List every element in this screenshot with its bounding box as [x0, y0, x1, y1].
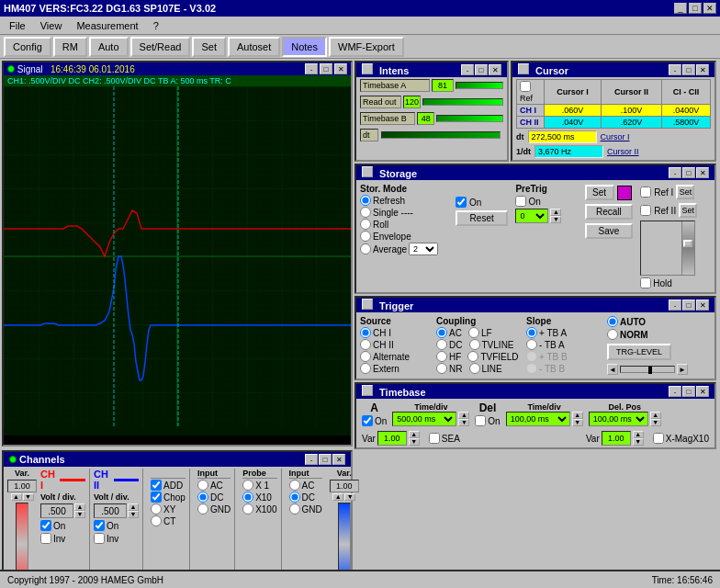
tb-delpos-down[interactable]: ▼	[650, 419, 661, 426]
ch2-var-input[interactable]	[330, 480, 359, 492]
channels-maximize[interactable]: □	[319, 454, 332, 465]
recall-btn[interactable]: Recall	[585, 204, 634, 220]
timebase-min[interactable]: -	[669, 386, 681, 397]
close-btn[interactable]: ✕	[703, 3, 716, 14]
tab-set[interactable]: Set	[192, 37, 226, 57]
trig-auto-radio[interactable]	[607, 316, 618, 327]
coup-hf-radio[interactable]	[436, 351, 447, 362]
tb-timediv2-down[interactable]: ▼	[572, 419, 583, 426]
ct-radio[interactable]	[151, 515, 162, 526]
tab-rm[interactable]: RM	[53, 37, 87, 57]
signal-minimize[interactable]: -	[305, 63, 318, 74]
coup-ac-radio[interactable]	[436, 327, 447, 338]
cursor2-nav[interactable]: Cursor II	[607, 147, 639, 156]
tab-config[interactable]: Config	[4, 37, 51, 57]
trig-norm-radio[interactable]	[607, 329, 618, 340]
tb-timediv-down[interactable]: ▼	[458, 419, 469, 426]
slope-mtba-radio[interactable]	[526, 339, 537, 350]
ch2-dc-radio[interactable]	[289, 492, 300, 503]
ch2-x1-radio[interactable]	[242, 480, 253, 491]
coup-nr-radio[interactable]	[436, 363, 447, 374]
tab-notes[interactable]: Notes	[282, 37, 327, 57]
average-select[interactable]: 24816	[409, 243, 438, 255]
tb-timediv2-up[interactable]: ▲	[572, 412, 583, 419]
refresh-radio[interactable]	[360, 195, 371, 206]
timebase-max[interactable]: □	[682, 386, 695, 397]
coup-lf-radio[interactable]	[468, 327, 479, 338]
trigger-min[interactable]: -	[669, 300, 681, 311]
ch1-gnd-radio[interactable]	[197, 503, 208, 514]
ch1-dc-radio[interactable]	[197, 492, 208, 503]
signal-maximize[interactable]: □	[320, 63, 332, 74]
ch1-inv-check[interactable]	[40, 533, 51, 544]
cursor1-nav[interactable]: Cursor I	[601, 132, 630, 141]
src-chi-radio[interactable]	[360, 327, 371, 338]
save-btn[interactable]: Save	[585, 223, 634, 239]
ref-check[interactable]	[520, 81, 531, 92]
sea-check[interactable]	[429, 433, 440, 444]
tb-a-on-check[interactable]	[362, 415, 373, 426]
trigger-max[interactable]: □	[682, 300, 695, 311]
menu-view[interactable]: View	[33, 18, 70, 33]
src-ext-radio[interactable]	[360, 363, 371, 374]
cursor-min[interactable]: -	[669, 64, 681, 75]
storage-max[interactable]: □	[682, 167, 695, 178]
tb-var2-down[interactable]: ▼	[633, 438, 644, 446]
tb-var-down[interactable]: ▼	[409, 438, 420, 446]
menu-help[interactable]: ?	[146, 18, 166, 33]
ch1-var-down[interactable]: ▼	[23, 493, 34, 501]
ch2-x100-radio[interactable]	[242, 503, 253, 514]
pretrig-up[interactable]: ▲	[550, 209, 561, 216]
reset-btn[interactable]: Reset	[456, 210, 509, 226]
ch1-var-input[interactable]	[7, 480, 37, 492]
tb-delpos-select[interactable]: 100,00 ms	[589, 412, 648, 426]
channels-close[interactable]: ✕	[332, 454, 345, 465]
tb-timediv-up[interactable]: ▲	[458, 412, 469, 419]
src-chii-radio[interactable]	[360, 339, 371, 350]
ch1-var-up[interactable]: ▲	[11, 493, 22, 501]
tab-setread[interactable]: Set/Read	[130, 37, 191, 57]
ch1-ac-radio[interactable]	[197, 480, 208, 491]
tb-delpos-up[interactable]: ▲	[650, 412, 661, 419]
maximize-btn[interactable]: □	[689, 3, 702, 14]
menu-measurement[interactable]: Measurement	[69, 18, 145, 33]
hold-check[interactable]	[640, 277, 651, 288]
xy-radio[interactable]	[151, 503, 162, 514]
single-radio[interactable]	[360, 207, 371, 218]
ch2-var-up[interactable]: ▲	[332, 493, 343, 501]
intens-min[interactable]: -	[461, 64, 474, 75]
ch2-volt-up[interactable]: ▲	[128, 503, 139, 511]
trg-slider-right[interactable]: ►	[677, 364, 688, 375]
coup-tvfield-radio[interactable]	[467, 351, 478, 362]
storage-min[interactable]: -	[669, 167, 681, 178]
ref1-check[interactable]	[640, 187, 651, 198]
ch1-on-check[interactable]	[40, 520, 51, 531]
average-radio[interactable]	[360, 243, 371, 254]
ch2-x10-radio[interactable]	[242, 492, 253, 503]
minimize-btn[interactable]: _	[674, 3, 687, 14]
coup-line-radio[interactable]	[469, 363, 480, 374]
tab-autoset[interactable]: Autoset	[228, 37, 280, 57]
set-btn[interactable]: Set	[585, 185, 614, 200]
channels-minimize[interactable]: -	[305, 454, 318, 465]
chop-check[interactable]	[151, 492, 162, 503]
coup-dc-radio[interactable]	[436, 339, 447, 350]
ch2-inv-check[interactable]	[94, 533, 105, 544]
pretrig-on-check[interactable]	[515, 196, 526, 207]
roll-radio[interactable]	[360, 219, 371, 230]
tb-var-input[interactable]	[377, 431, 407, 446]
xmag-check[interactable]	[653, 433, 664, 444]
tb-timediv2-select[interactable]: 100,00 ms 50,00 ms 20,00 ms	[506, 412, 570, 426]
pretrig-down[interactable]: ▼	[550, 216, 561, 223]
add-check[interactable]	[151, 480, 162, 491]
intens-max[interactable]: □	[475, 64, 488, 75]
slope-ptbb-radio[interactable]	[526, 351, 537, 362]
storage-close[interactable]: ✕	[696, 167, 709, 178]
ch1-volt-down[interactable]: ▼	[74, 511, 85, 518]
trg-level-btn[interactable]: TRG-LEVEL	[607, 344, 671, 360]
ch2-ac-radio[interactable]	[289, 480, 300, 491]
stor-slider-area[interactable]	[640, 220, 695, 276]
trigger-close[interactable]: ✕	[696, 300, 709, 311]
slope-ptba-radio[interactable]	[526, 327, 537, 338]
timebase-close[interactable]: ✕	[696, 386, 709, 397]
